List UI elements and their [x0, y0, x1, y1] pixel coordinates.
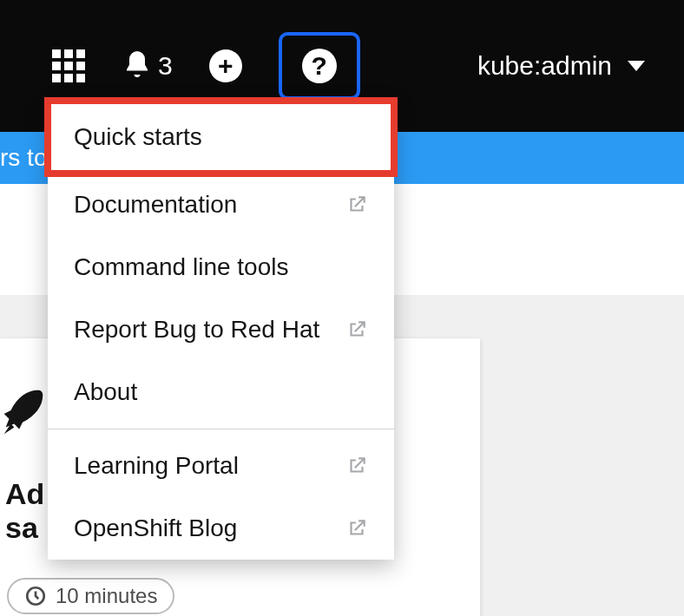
menu-item-quick-starts[interactable]: Quick starts: [48, 101, 394, 174]
help-dropdown: Quick starts Documentation Command line …: [48, 101, 394, 560]
notifications-button[interactable]: 3: [122, 49, 173, 83]
external-link-icon: [345, 517, 368, 540]
menu-item-label: Learning Portal: [74, 452, 239, 480]
bell-icon: [122, 49, 153, 83]
menu-item-openshift-blog[interactable]: OpenShift Blog: [48, 497, 394, 560]
help-menu-button[interactable]: ?: [279, 32, 360, 100]
menu-item-documentation[interactable]: Documentation: [48, 174, 394, 236]
external-link-icon: [345, 455, 368, 477]
external-link-icon: [345, 193, 368, 216]
menu-item-learning-portal[interactable]: Learning Portal: [48, 435, 394, 497]
duration-badge: 10 minutes: [7, 578, 174, 614]
user-menu-button[interactable]: kube:admin: [477, 51, 684, 81]
rocket-icon: [0, 382, 49, 442]
menu-item-label: Documentation: [74, 191, 237, 219]
menu-item-report-bug[interactable]: Report Bug to Red Hat: [48, 298, 394, 361]
question-circle-icon: ?: [302, 49, 337, 83]
banner-text-fragment: rs to: [0, 144, 47, 172]
user-label: kube:admin: [477, 51, 612, 81]
notification-count: 3: [158, 51, 173, 81]
duration-text: 10 minutes: [56, 584, 157, 608]
plus-circle-icon: +: [209, 49, 242, 82]
external-link-icon: [345, 318, 368, 341]
menu-item-label: About: [74, 378, 137, 406]
menu-item-label: OpenShift Blog: [74, 514, 237, 542]
apps-grid-icon: [52, 49, 85, 82]
clock-icon: [24, 585, 47, 607]
menu-item-label: Command line tools: [74, 253, 288, 281]
menu-item-about[interactable]: About: [48, 361, 394, 423]
menu-item-label: Quick starts: [74, 123, 202, 151]
menu-divider: [48, 429, 394, 429]
caret-down-icon: [628, 61, 645, 71]
menu-item-label: Report Bug to Red Hat: [74, 316, 319, 344]
import-button[interactable]: +: [209, 49, 242, 82]
app-launcher-button[interactable]: [52, 49, 85, 82]
menu-item-cli-tools[interactable]: Command line tools: [48, 236, 394, 298]
